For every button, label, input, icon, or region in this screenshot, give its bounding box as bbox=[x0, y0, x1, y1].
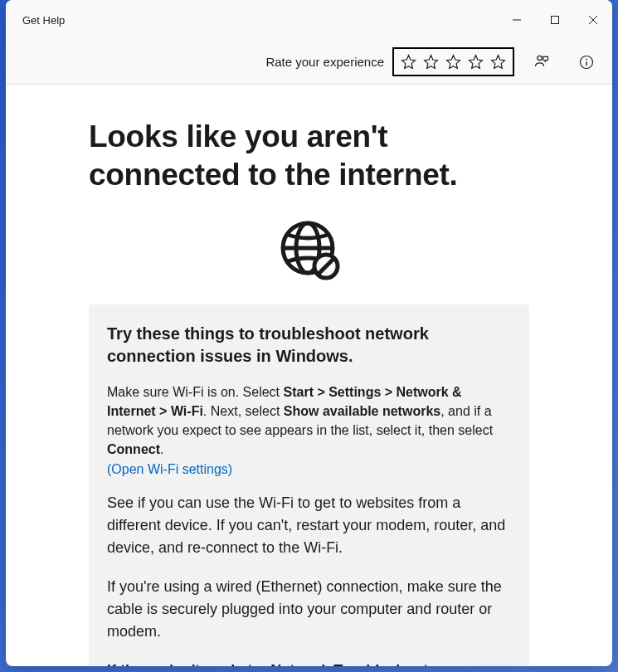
no-internet-globe-icon bbox=[278, 218, 341, 281]
step-wifi: Make sure Wi-Fi is on. Select Start > Se… bbox=[107, 382, 511, 460]
globe-illustration bbox=[89, 218, 529, 281]
content: Looks like you aren't connected to the i… bbox=[6, 85, 612, 666]
app-window: Get Help Rate your experience bbox=[6, 0, 612, 666]
minimize-button[interactable] bbox=[498, 0, 536, 40]
maximize-button[interactable] bbox=[536, 0, 574, 40]
maximize-icon bbox=[551, 16, 559, 24]
open-wifi-settings-link[interactable]: (Open Wi-Fi settings) bbox=[107, 462, 232, 477]
info-icon bbox=[578, 54, 595, 71]
star-3[interactable] bbox=[445, 54, 461, 70]
rating-stars bbox=[392, 47, 514, 76]
window-title: Get Help bbox=[22, 14, 498, 27]
troubleshoot-card: Try these things to troubleshoot network… bbox=[89, 304, 529, 667]
card-title: Try these things to troubleshoot network… bbox=[107, 323, 511, 368]
content-scroll[interactable]: Looks like you aren't connected to the i… bbox=[6, 85, 612, 666]
star-1[interactable] bbox=[401, 54, 416, 70]
rate-experience-label: Rate your experience bbox=[265, 55, 384, 69]
close-icon bbox=[589, 16, 597, 24]
svg-point-6 bbox=[586, 58, 587, 60]
svg-point-4 bbox=[538, 56, 542, 60]
toolbar: Rate your experience bbox=[6, 40, 612, 85]
titlebar: Get Help bbox=[6, 0, 612, 40]
minimize-icon bbox=[513, 16, 521, 24]
step1-text-g: . bbox=[160, 442, 163, 456]
step1-connect: Connect bbox=[107, 442, 160, 456]
star-5[interactable] bbox=[490, 54, 506, 70]
window-controls bbox=[498, 0, 612, 40]
feedback-button[interactable] bbox=[524, 45, 559, 80]
step1-text-a: Make sure Wi-Fi is on. Select bbox=[107, 385, 284, 399]
step1-text-c: . Next, select bbox=[203, 404, 284, 418]
svg-rect-1 bbox=[552, 17, 559, 24]
step-troubleshooter: If those don't work, try Network Trouble… bbox=[107, 660, 511, 666]
close-button[interactable] bbox=[574, 0, 612, 40]
star-2[interactable] bbox=[423, 54, 439, 70]
step1-show-networks: Show available networks bbox=[284, 404, 440, 418]
info-button[interactable] bbox=[569, 45, 604, 80]
step-other-device: See if you can use the Wi-Fi to get to w… bbox=[107, 492, 511, 559]
page-headline: Looks like you aren't connected to the i… bbox=[89, 118, 529, 195]
step-ethernet: If you're using a wired (Ethernet) conne… bbox=[107, 576, 511, 643]
star-4[interactable] bbox=[468, 54, 484, 70]
feedback-icon bbox=[533, 54, 550, 71]
